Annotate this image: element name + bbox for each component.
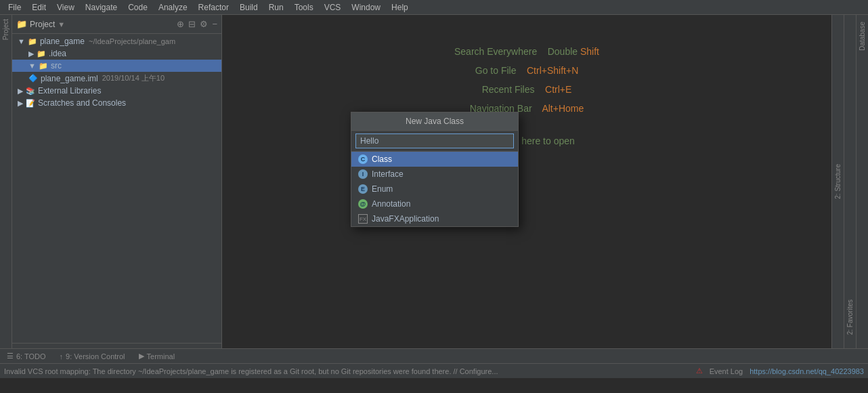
dialog-item-class[interactable]: C Class: [351, 152, 518, 167]
enum-label: Enum: [372, 184, 393, 194]
modal-overlay: New Java Class C Class I Interface E Enu…: [0, 0, 868, 393]
interface-label: Interface: [372, 169, 404, 179]
dialog-input-row: [351, 131, 518, 152]
dialog-item-annotation[interactable]: @ Annotation: [351, 196, 518, 211]
dialog-title: New Java Class: [351, 112, 518, 131]
enum-icon: E: [358, 184, 368, 194]
class-name-input[interactable]: [355, 133, 514, 148]
annotation-icon: @: [358, 199, 368, 209]
javafx-icon: FX: [358, 214, 368, 224]
dialog-item-interface[interactable]: I Interface: [351, 167, 518, 182]
javafx-label: JavaFXApplication: [372, 214, 439, 224]
interface-icon: I: [358, 169, 368, 179]
new-java-class-dialog: New Java Class C Class I Interface E Enu…: [351, 112, 519, 227]
dialog-item-javafx[interactable]: FX JavaFXApplication: [351, 211, 518, 226]
dialog-list: C Class I Interface E Enum @ Annotation …: [351, 152, 518, 226]
dialog-item-enum[interactable]: E Enum: [351, 182, 518, 196]
class-icon: C: [358, 154, 368, 164]
annotation-label: Annotation: [372, 199, 410, 209]
class-label: Class: [372, 154, 392, 164]
